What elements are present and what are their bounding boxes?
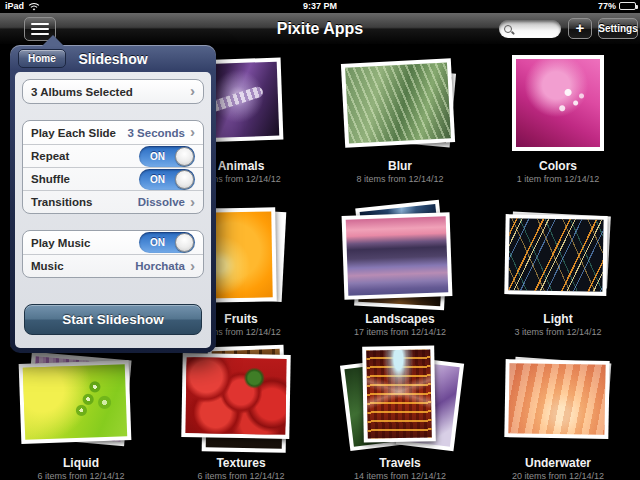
popover-body: 3 Albums Selected › Play Each Slide 3 Se…	[15, 72, 211, 348]
shuffle-row: Shuffle ON	[23, 167, 203, 190]
album-title: Colors	[483, 159, 633, 173]
battery-icon	[619, 2, 636, 10]
photo-stack	[6, 352, 156, 452]
start-slideshow-button[interactable]: Start Slideshow	[24, 304, 202, 335]
photo-stack	[325, 208, 475, 308]
album-light[interactable]: Light 3 items from 12/14/12	[483, 208, 633, 337]
chevron-right-icon: ›	[190, 83, 195, 98]
album-title: Light	[483, 312, 633, 326]
play-music-toggle[interactable]: ON	[139, 232, 195, 253]
album-travels[interactable]: Travels 14 items from 12/14/12	[325, 352, 475, 480]
play-each-slide-row[interactable]: Play Each Slide 3 Seconds ›	[23, 121, 203, 144]
photo-stack	[483, 352, 633, 452]
album-meta: 8 items from 12/14/12	[325, 174, 475, 184]
slideshow-popover: Home Slideshow 3 Albums Selected › Play …	[10, 45, 216, 353]
album-title: Travels	[325, 456, 475, 470]
album-meta: 14 items from 12/14/12	[325, 471, 475, 480]
album-meta: 6 items from 12/14/12	[6, 471, 156, 480]
chevron-right-icon: ›	[190, 258, 195, 273]
toggle-knob	[175, 147, 194, 166]
album-thumbnail	[23, 364, 127, 440]
album-blur[interactable]: Blur 8 items from 12/14/12	[325, 55, 475, 184]
album-title: Landscapes	[325, 312, 475, 326]
album-meta: 3 items from 12/14/12	[483, 327, 633, 337]
album-thumbnail	[366, 349, 432, 438]
search-field[interactable]	[499, 20, 561, 38]
album-thumbnail	[345, 62, 451, 143]
status-bar: iPad 9:37 PM 77%	[0, 0, 640, 13]
album-textures[interactable]: Textures 6 items from 12/14/12	[166, 352, 316, 480]
search-input[interactable]	[512, 24, 552, 35]
album-colors[interactable]: Colors 1 item from 12/14/12	[483, 55, 633, 184]
search-icon	[504, 25, 512, 33]
repeat-toggle[interactable]: ON	[139, 146, 195, 167]
nav-bar: Pixite Apps + Settings	[0, 13, 640, 45]
play-music-row: Play Music ON	[23, 231, 203, 254]
photo-stack	[483, 208, 633, 308]
transitions-row[interactable]: Transitions Dissolve ›	[23, 190, 203, 213]
music-row[interactable]: Music Horchata ›	[23, 254, 203, 277]
album-landscapes[interactable]: Landscapes 17 items from 12/14/12	[325, 208, 475, 337]
transition-value: Dissolve	[138, 196, 185, 208]
app-screen: iPad 9:37 PM 77% Pixite Apps + Settings	[0, 0, 640, 480]
album-meta: 1 item from 12/14/12	[483, 174, 633, 184]
album-title: Underwater	[483, 456, 633, 470]
add-album-button[interactable]: +	[568, 18, 592, 39]
toggle-knob	[175, 233, 194, 252]
album-thumbnail	[346, 216, 449, 295]
slide-duration-value: 3 Seconds	[127, 127, 185, 139]
home-button[interactable]: Home	[18, 49, 66, 68]
albums-selected-row[interactable]: 3 Albums Selected ›	[23, 80, 203, 103]
album-meta: 20 items from 12/14/12	[483, 471, 633, 480]
album-thumbnail	[508, 363, 605, 435]
popover-header: Home Slideshow	[10, 45, 216, 72]
chevron-right-icon: ›	[190, 124, 195, 139]
photo-stack	[483, 55, 633, 155]
album-liquid[interactable]: Liquid 6 items from 12/14/12	[6, 352, 156, 480]
album-title: Liquid	[6, 456, 156, 470]
album-meta: 17 items from 12/14/12	[325, 327, 475, 337]
photo-stack	[166, 352, 316, 452]
repeat-row: Repeat ON	[23, 144, 203, 167]
clock: 9:37 PM	[0, 1, 640, 11]
album-thumbnail	[508, 218, 603, 292]
music-value: Horchata	[135, 260, 185, 272]
toggle-knob	[175, 170, 194, 189]
albums-selected-label: 3 Albums Selected	[31, 86, 133, 98]
album-meta: 6 items from 12/14/12	[166, 471, 316, 480]
album-title: Textures	[166, 456, 316, 470]
shuffle-toggle[interactable]: ON	[139, 169, 195, 190]
chevron-right-icon: ›	[190, 194, 195, 209]
photo-stack	[325, 352, 475, 452]
album-underwater[interactable]: Underwater 20 items from 12/14/12	[483, 352, 633, 480]
settings-button[interactable]: Settings	[598, 18, 638, 39]
battery-percent: 77%	[598, 1, 616, 11]
album-thumbnail	[516, 59, 600, 147]
album-thumbnail	[185, 357, 286, 435]
photo-stack	[325, 55, 475, 155]
album-title: Blur	[325, 159, 475, 173]
